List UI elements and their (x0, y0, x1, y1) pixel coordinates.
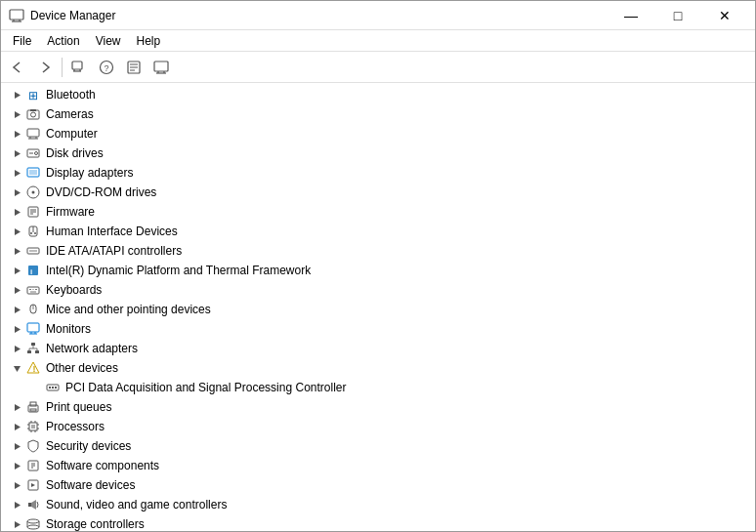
expander-software-components[interactable] (9, 456, 24, 475)
expander-pci[interactable] (28, 378, 44, 397)
expander-processors[interactable] (9, 417, 24, 436)
svg-point-47 (30, 232, 32, 234)
icon-network (24, 340, 42, 357)
label-hid: Human Interface Devices (46, 225, 178, 238)
tree-item-keyboards[interactable]: Keyboards (1, 280, 755, 300)
expander-other-devices[interactable] (9, 358, 24, 378)
icon-hid (24, 223, 42, 240)
maximize-button[interactable]: □ (655, 1, 700, 30)
label-print: Print queues (46, 400, 111, 414)
expander-computer[interactable] (9, 124, 24, 143)
tree-item-security[interactable]: Security devices (1, 436, 755, 456)
tree-item-mice[interactable]: Mice and other pointing devices (1, 300, 755, 319)
tree-item-computer[interactable]: Computer (1, 124, 755, 143)
expander-disk-drives[interactable] (9, 143, 24, 163)
device-manager-btn[interactable] (66, 55, 92, 80)
tree-item-print[interactable]: Print queues (1, 397, 755, 417)
icon-disk-drives (24, 144, 42, 162)
icon-print (24, 398, 42, 416)
expander-ide[interactable] (9, 241, 24, 261)
tree-item-processors[interactable]: Processors (1, 417, 755, 436)
svg-rect-21 (27, 110, 39, 119)
expander-storage[interactable] (9, 514, 24, 531)
icon-computer (24, 125, 42, 143)
expander-bluetooth[interactable] (9, 85, 24, 104)
tree-item-bluetooth[interactable]: ⊞Bluetooth (1, 85, 755, 104)
monitor-button[interactable] (148, 55, 174, 80)
svg-marker-88 (15, 424, 21, 430)
tree-item-monitors[interactable]: Monitors (1, 319, 755, 339)
back-button[interactable] (5, 55, 30, 80)
expander-monitors[interactable] (9, 319, 24, 339)
label-dvd: DVD/CD-ROM drives (46, 185, 156, 199)
expander-print[interactable] (9, 397, 24, 417)
svg-marker-69 (15, 346, 21, 352)
tree-item-software-devices[interactable]: Software devices (1, 475, 755, 495)
tree-item-network[interactable]: Network adapters (1, 339, 755, 358)
svg-rect-0 (10, 10, 23, 20)
expander-software-devices[interactable] (9, 475, 24, 495)
menu-view[interactable]: View (88, 32, 129, 50)
svg-marker-110 (15, 521, 21, 528)
svg-marker-61 (15, 307, 21, 313)
svg-point-48 (34, 232, 36, 234)
tree-item-dvd[interactable]: DVD/CD-ROM drives (1, 183, 755, 202)
icon-other-devices: ! (24, 359, 42, 377)
tree-item-cameras[interactable]: Cameras (1, 104, 755, 124)
svg-marker-107 (15, 502, 21, 509)
tree-item-disk-drives[interactable]: Disk drives (1, 143, 755, 163)
expander-network[interactable] (9, 339, 24, 358)
tree-item-pci[interactable]: PCI Data Acquisition and Signal Processi… (1, 378, 755, 397)
label-sound: Sound, video and game controllers (46, 498, 227, 512)
label-network: Network adapters (46, 342, 138, 355)
expander-intel[interactable] (9, 261, 24, 280)
svg-marker-29 (15, 150, 21, 157)
expander-display-adapters[interactable] (9, 163, 24, 183)
forward-button[interactable] (32, 55, 58, 80)
window-controls: — □ ✕ (609, 1, 747, 30)
svg-marker-99 (15, 443, 21, 450)
menu-file[interactable]: File (5, 32, 39, 50)
label-cameras: Cameras (46, 107, 94, 121)
minimize-button[interactable]: — (609, 1, 653, 30)
expander-keyboards[interactable] (9, 280, 24, 300)
tree-item-other-devices[interactable]: !Other devices (1, 358, 755, 378)
tree-item-storage[interactable]: Storage controllers (1, 514, 755, 531)
icon-dvd (24, 184, 42, 201)
svg-marker-49 (15, 248, 21, 255)
label-other-devices: Other devices (46, 361, 118, 375)
label-firmware: Firmware (46, 205, 95, 219)
close-button[interactable]: ✕ (702, 1, 747, 30)
help-button[interactable]: ? (94, 55, 119, 80)
svg-rect-56 (27, 287, 39, 294)
svg-marker-20 (15, 111, 21, 118)
expander-sound[interactable] (9, 495, 24, 514)
svg-text:⊞: ⊞ (28, 89, 38, 102)
label-bluetooth: Bluetooth (46, 88, 96, 102)
expander-cameras[interactable] (9, 104, 24, 124)
menu-help[interactable]: Help (129, 32, 169, 50)
svg-marker-64 (15, 326, 21, 333)
svg-marker-36 (15, 189, 21, 196)
expander-firmware[interactable] (9, 202, 24, 222)
tree-item-intel[interactable]: iIntel(R) Dynamic Platform and Thermal F… (1, 261, 755, 280)
label-storage: Storage controllers (46, 517, 145, 531)
svg-rect-14 (154, 61, 168, 71)
expander-dvd[interactable] (9, 183, 24, 202)
tree-item-ide[interactable]: IDE ATA/ATAPI controllers (1, 241, 755, 261)
icon-bluetooth: ⊞ (24, 86, 42, 103)
tree-item-hid[interactable]: Human Interface Devices (1, 222, 755, 241)
menu-action[interactable]: Action (39, 32, 87, 50)
expander-hid[interactable] (9, 222, 24, 241)
tree-item-display-adapters[interactable]: Display adapters (1, 163, 755, 183)
label-mice: Mice and other pointing devices (46, 303, 211, 316)
tree-item-sound[interactable]: Sound, video and game controllers (1, 495, 755, 514)
label-software-components: Software components (46, 459, 159, 472)
device-tree[interactable]: ⊞BluetoothCamerasComputerDisk drivesDisp… (1, 83, 755, 531)
properties-button[interactable] (121, 55, 147, 80)
tree-item-software-components[interactable]: Software components (1, 456, 755, 475)
svg-rect-35 (29, 170, 37, 175)
expander-security[interactable] (9, 436, 24, 456)
tree-item-firmware[interactable]: Firmware (1, 202, 755, 222)
expander-mice[interactable] (9, 300, 24, 319)
